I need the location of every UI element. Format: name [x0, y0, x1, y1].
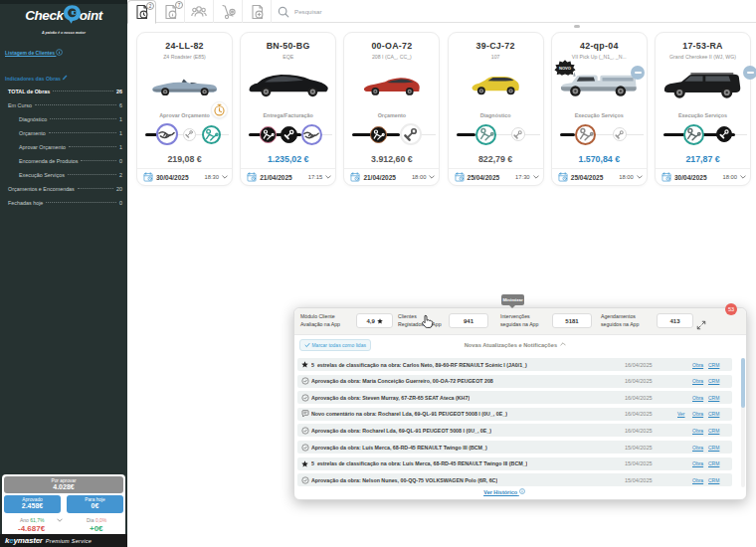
svg-text:NOVO: NOVO	[559, 66, 572, 71]
